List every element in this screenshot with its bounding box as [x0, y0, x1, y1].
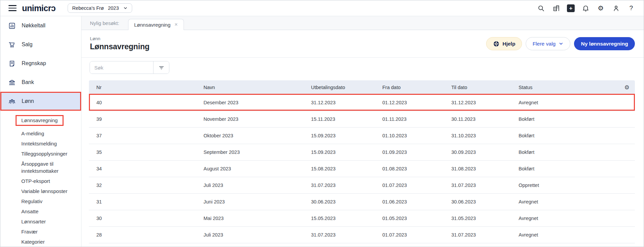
table-row[interactable]: 32 Juli 2023 31.07.2023 01.07.2023 31.07…: [89, 177, 635, 194]
cell-utbetalingsdato: 15.08.2023: [311, 166, 382, 171]
settings-icon[interactable]: ⚙: [596, 4, 605, 12]
sidebar-submenu-label: Regulativ: [21, 198, 43, 205]
cell-til-dato: 31.07.2023: [451, 232, 519, 238]
companies-icon[interactable]: [552, 4, 560, 12]
new-payroll-button[interactable]: Ny lønnsavregning: [574, 37, 635, 50]
cell-til-dato: 30.11.2023: [451, 116, 519, 122]
tab-lonnsavregning[interactable]: Lønnsavregning ×: [128, 19, 184, 30]
sidebar-item-salg[interactable]: Salg: [0, 35, 81, 54]
sidebar-item-nokkeltall[interactable]: Nøkkeltall: [0, 16, 81, 35]
menu-icon[interactable]: [8, 5, 17, 11]
cell-utbetalingsdato: 31.12.2023: [311, 100, 382, 105]
sidebar-submenu-item[interactable]: Kategorier: [21, 238, 76, 245]
sidebar-submenu-label: Lønnsarter: [21, 218, 46, 225]
column-header-fra-dato[interactable]: Fra dato: [382, 85, 451, 90]
sidebar-item-label: Salg: [22, 42, 32, 48]
sidebar-submenu-label: OTP-eksport: [21, 177, 50, 185]
column-header-navn[interactable]: Navn: [204, 85, 311, 90]
people-icon: [8, 98, 16, 105]
sidebar-submenu-item[interactable]: Lønnsavregning: [21, 115, 76, 127]
sidebar-submenu-label: Kategorier: [21, 238, 45, 245]
filter-icon: [158, 64, 165, 71]
sidebar-submenu-item[interactable]: Tilleggsopplysninger: [21, 150, 76, 157]
sidebar-submenu-item[interactable]: Variable lønnsposter: [21, 188, 76, 195]
table-row[interactable]: 28 Juli 2023 31.07.2023 01.07.2023 31.07…: [89, 227, 635, 243]
sidebar-submenu-item[interactable]: Inntektsmelding: [21, 140, 76, 147]
sidebar-item-label: Nøkkeltall: [22, 23, 45, 29]
sidebar-item-regnskap[interactable]: Regnskap: [0, 54, 81, 73]
table-row[interactable]: 40 Desember 2023 31.12.2023 01.12.2023 3…: [89, 94, 635, 111]
cell-status: Opprettet: [519, 183, 615, 188]
table-row[interactable]: 37 Oktober 2023 15.09.2023 01.10.2023 31…: [89, 128, 635, 144]
column-header-nr[interactable]: Nr: [89, 85, 204, 90]
sidebar-submenu-label: A-melding: [21, 130, 44, 137]
cell-utbetalingsdato: 15.09.2023: [311, 133, 382, 138]
cell-fra-dato: 01.08.2023: [382, 166, 451, 171]
sidebar-submenu-label: Inntektsmelding: [21, 140, 57, 147]
table-toolbar: [81, 58, 644, 80]
cell-utbetalingsdato: 15.11.2023: [311, 116, 382, 122]
topbar-icons: + ⚙ ?: [536, 4, 636, 12]
cell-nr: 34: [89, 166, 204, 171]
tab-bar: Nylig besøkt: Lønnsavregning ×: [81, 16, 644, 30]
help-button[interactable]: Hjelp: [486, 37, 522, 50]
cell-status: Avregnet: [519, 100, 615, 105]
notifications-icon[interactable]: [581, 4, 590, 12]
cell-til-dato: 30.06.2023: [451, 199, 519, 204]
sidebar-submenu-item[interactable]: Fravær: [21, 228, 76, 235]
cell-nr: 39: [89, 116, 204, 122]
sidebar-item-bank[interactable]: Bank: [0, 73, 81, 92]
table-row[interactable]: 35 September 2023 15.09.2023 01.09.2023 …: [89, 144, 635, 161]
payroll-table: Nr Navn Utbetalingsdato Fra dato Til dat…: [89, 80, 635, 243]
sidebar-submenu: Lønnsavregning A-melding Inntektsmelding…: [0, 111, 81, 245]
table-row[interactable]: 34 August 2023 15.08.2023 01.08.2023 31.…: [89, 161, 635, 177]
company-selector[interactable]: Rebecca's Frø 2023: [68, 3, 132, 13]
cell-nr: 31: [89, 199, 204, 204]
sidebar-item-lonn[interactable]: Lønn: [0, 92, 81, 111]
main-content: Nylig besøkt: Lønnsavregning × Lønn Lønn…: [81, 16, 644, 247]
page-title: Lønnsavregning: [90, 42, 149, 51]
new-payroll-label: Ny lønnsavregning: [581, 41, 628, 47]
page-header: Lønn Lønnsavregning Hjelp Flere valg Ny …: [81, 30, 644, 58]
user-icon[interactable]: [612, 4, 620, 12]
column-header-utbetalingsdato[interactable]: Utbetalingsdato: [311, 85, 382, 90]
breadcrumb: Lønn: [90, 36, 149, 41]
cell-nr: 30: [89, 216, 204, 221]
cell-fra-dato: 01.09.2023: [382, 149, 451, 155]
search-input[interactable]: [90, 61, 153, 74]
sidebar-item-label: Lønn: [22, 98, 34, 104]
bank-icon: [8, 79, 16, 86]
cell-utbetalingsdato: 15.09.2023: [311, 149, 382, 155]
sidebar-submenu-item[interactable]: OTP-eksport: [21, 177, 76, 185]
filter-button[interactable]: [153, 61, 169, 74]
cell-fra-dato: 01.10.2023: [382, 133, 451, 138]
sidebar-submenu-item[interactable]: A-melding: [21, 130, 76, 137]
tab-label: Lønnsavregning: [134, 22, 171, 28]
help-icon[interactable]: ?: [627, 4, 636, 12]
column-header-status[interactable]: Status: [519, 85, 615, 90]
life-buoy-icon: [493, 40, 500, 47]
cell-til-dato: 31.08.2023: [451, 166, 519, 171]
more-options-label: Flere valg: [532, 41, 555, 47]
table-header: Nr Navn Utbetalingsdato Fra dato Til dat…: [89, 80, 635, 94]
table-row[interactable]: 39 November 2023 15.11.2023 01.11.2023 3…: [89, 111, 635, 128]
table-row[interactable]: 30 Mai 2023 15.05.2023 01.05.2023 31.05.…: [89, 210, 635, 227]
add-icon[interactable]: +: [567, 4, 575, 12]
more-options-button[interactable]: Flere valg: [526, 37, 570, 50]
sidebar-submenu-item[interactable]: Årsoppgave til inntektsmottaker: [21, 160, 76, 174]
sidebar-submenu-item[interactable]: Ansatte: [21, 208, 76, 215]
cell-navn: August 2023: [204, 166, 311, 171]
cell-status: Bokført: [519, 116, 615, 122]
cell-til-dato: 31.12.2023: [451, 100, 519, 105]
sidebar-submenu-label: Lønnsavregning: [16, 115, 64, 126]
sidebar-submenu-item[interactable]: Regulativ: [21, 198, 76, 205]
table-row[interactable]: 31 Juni 2023 30.06.2023 01.06.2023 30.06…: [89, 194, 635, 210]
close-icon[interactable]: ×: [174, 22, 177, 27]
column-header-til-dato[interactable]: Til dato: [451, 85, 519, 90]
cell-fra-dato: 01.05.2023: [382, 216, 451, 221]
sidebar-submenu-item[interactable]: Lønnsarter: [21, 218, 76, 225]
table-settings-gear-icon[interactable]: ⚙: [624, 84, 635, 91]
cell-status: Avregnet: [519, 199, 615, 204]
sidebar-submenu-label: Årsoppgave til inntektsmottaker: [21, 160, 76, 174]
search-icon[interactable]: [536, 4, 545, 12]
